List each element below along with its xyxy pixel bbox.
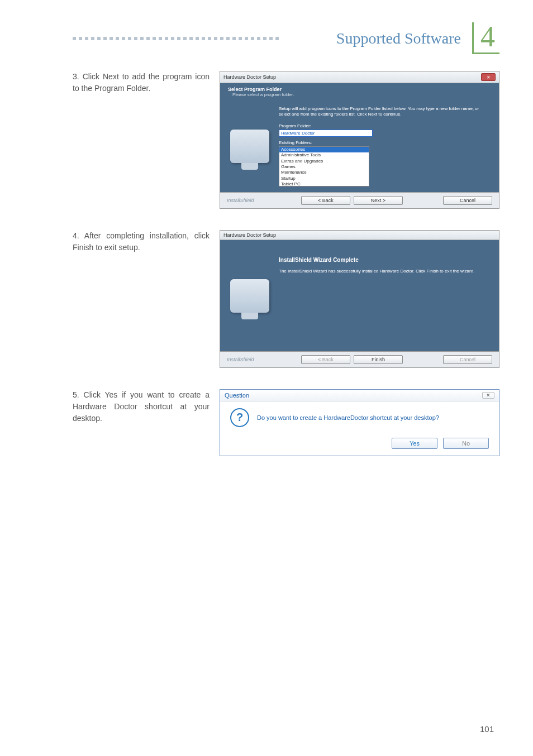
dialog1-titlebar: Hardware Doctor Setup ✕: [220, 71, 499, 83]
page-header: Supported Software 4: [73, 22, 499, 54]
existing-folders-label: Existing Folders:: [279, 140, 488, 145]
dialog2-note: The InstallShield Wizard has successfull…: [279, 269, 488, 274]
screenshot-wizard-complete: Hardware Doctor Setup InstallShield Wiza…: [220, 230, 499, 368]
yes-button[interactable]: Yes: [392, 438, 437, 449]
dialog1-subheading: Please select a program folder.: [232, 92, 491, 97]
cancel-button[interactable]: Cancel: [443, 196, 492, 205]
dialog3-message: Do you want to create a HardwareDoctor s…: [257, 414, 439, 421]
installshield-brand: InstallShield: [227, 357, 298, 362]
next-button[interactable]: Next >: [354, 196, 403, 205]
list-item[interactable]: Tablet PC: [279, 181, 369, 186]
monitor-icon: [230, 279, 269, 313]
list-item[interactable]: Startup: [279, 176, 369, 181]
dialog1-note: Setup will add program icons to the Prog…: [279, 106, 488, 118]
close-icon[interactable]: ✕: [482, 392, 494, 399]
list-item[interactable]: Extras and Upgrades: [279, 159, 369, 164]
list-item[interactable]: Administrative Tools: [279, 152, 369, 158]
dialog3-title: Question: [225, 392, 249, 399]
step-3-body: Click Next to add the program icon to th…: [73, 72, 210, 93]
step-5-body: Click Yes if you want to create a Hardwa…: [73, 390, 210, 423]
close-icon[interactable]: ✕: [481, 73, 496, 81]
screenshot-select-program-folder: Hardware Doctor Setup ✕ Select Program F…: [220, 71, 499, 209]
step-4-num: 4.: [73, 231, 79, 240]
header-dots: [73, 36, 325, 41]
step-4: 4. After completing installation, click …: [73, 230, 499, 368]
finish-button[interactable]: Finish: [354, 355, 403, 364]
list-item[interactable]: Accessories: [279, 147, 369, 152]
step-3: 3. Click Next to add the program icon to…: [73, 71, 499, 209]
no-button[interactable]: No: [443, 438, 489, 449]
back-button[interactable]: < Back: [301, 196, 350, 205]
page-number: 101: [480, 724, 494, 734]
dialog1-header: Select Program Folder Please select a pr…: [220, 83, 499, 101]
question-icon: ?: [230, 408, 249, 427]
chapter-number: 4: [472, 22, 499, 54]
dialog3-titlebar: Question ✕: [220, 390, 499, 401]
dialog1-title: Hardware Doctor Setup: [223, 74, 276, 80]
dialog2-titlebar: Hardware Doctor Setup: [220, 231, 499, 240]
dialog2-title: Hardware Doctor Setup: [223, 232, 276, 238]
step-5-text: 5. Click Yes if you want to create a Har…: [73, 389, 210, 424]
program-folder-label: Program Folder:: [279, 123, 488, 128]
cancel-button: Cancel: [443, 355, 492, 364]
back-button: < Back: [301, 355, 350, 364]
step-4-body: After completing installation, click Fin…: [73, 231, 210, 252]
dialog2-side-graphic: [220, 240, 279, 351]
list-item[interactable]: Maintenance: [279, 170, 369, 175]
step-5: 5. Click Yes if you want to create a Har…: [73, 389, 499, 456]
list-item[interactable]: Games: [279, 164, 369, 170]
existing-folders-list[interactable]: Accessories Administrative Tools Extras …: [279, 146, 369, 186]
dialog1-heading: Select Program Folder: [228, 87, 491, 92]
installshield-brand: InstallShield: [227, 198, 298, 203]
screenshot-question-dialog: Question ✕ ? Do you want to create a Har…: [220, 389, 499, 456]
dialog1-side-graphic: [220, 101, 279, 192]
step-5-num: 5.: [73, 390, 79, 399]
program-folder-input[interactable]: Hardware Doctor: [279, 130, 373, 137]
step-4-text: 4. After completing installation, click …: [73, 230, 210, 253]
step-3-text: 3. Click Next to add the program icon to…: [73, 71, 210, 94]
dialog2-heading: InstallShield Wizard Complete: [279, 257, 488, 263]
monitor-icon: [230, 130, 269, 163]
page-title: Supported Software: [336, 30, 461, 47]
step-3-num: 3.: [73, 72, 79, 81]
